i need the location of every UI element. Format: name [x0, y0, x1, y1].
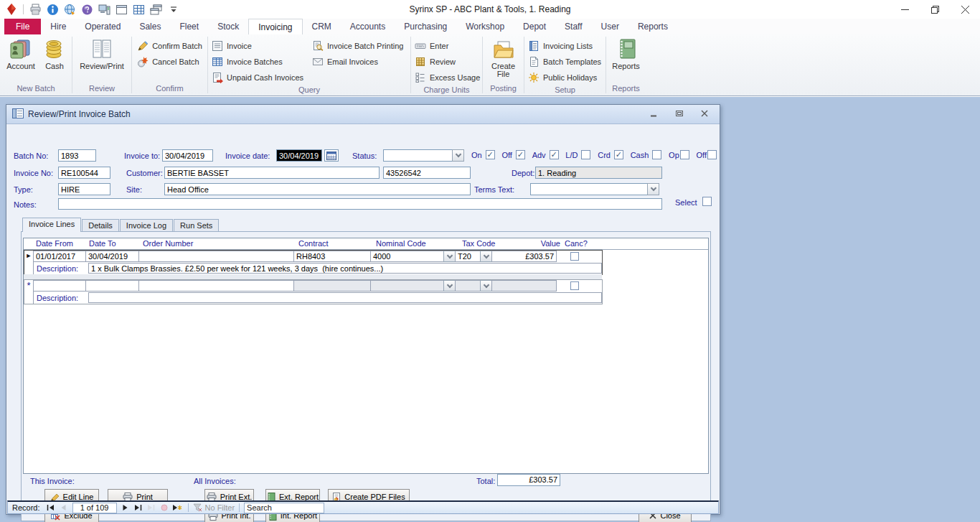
last-record-button[interactable] [132, 503, 145, 513]
flag-ld-checkbox[interactable]: ✓ [581, 150, 590, 159]
col-date-to[interactable]: Date To [87, 238, 141, 249]
review-print-button[interactable]: Review/Print [75, 34, 129, 84]
tab-operated[interactable]: Operated [75, 19, 130, 34]
new-cell-contract[interactable] [293, 280, 371, 292]
tab-file[interactable]: File [4, 19, 41, 34]
cascade-windows-icon[interactable] [149, 3, 163, 17]
cell-contract[interactable]: RH8403 [293, 251, 371, 262]
terms-text-field[interactable] [530, 183, 648, 195]
tab-sales[interactable]: Sales [130, 19, 170, 34]
invoice-no-field[interactable] [58, 167, 110, 179]
tab-user[interactable]: User [592, 19, 628, 34]
email-invoices-button[interactable]: Email Invoices [308, 54, 407, 70]
depot-field[interactable] [535, 167, 662, 179]
customer-account-field[interactable] [383, 167, 471, 179]
col-order-number[interactable]: Order Number [141, 238, 296, 249]
minimize-button[interactable] [890, 0, 920, 19]
flag-on-checkbox[interactable]: ✓ [486, 150, 495, 159]
new-cell-date-to[interactable] [85, 280, 139, 292]
tab-hire[interactable]: Hire [41, 19, 75, 34]
first-record-button[interactable] [44, 503, 57, 513]
cell-value[interactable]: £303.57 [491, 251, 557, 262]
unpaid-cash-invoices-button[interactable]: Unpaid Cash Invoices [208, 70, 308, 85]
invoice-date-field[interactable] [276, 149, 322, 162]
cell-tax-code[interactable]: T20 [455, 251, 481, 262]
flag-crd-checkbox[interactable]: ✓ [614, 150, 623, 159]
flag-off2-checkbox[interactable]: ✓ [707, 150, 717, 159]
invoicing-lists-button[interactable]: Invoicing Lists [524, 38, 605, 54]
tab-crm[interactable]: CRM [303, 19, 341, 34]
invoice-to-field[interactable] [162, 149, 213, 162]
new-cell-value[interactable] [491, 280, 557, 292]
tab-stock[interactable]: Stock [208, 19, 248, 34]
new-description-field[interactable] [88, 292, 602, 303]
tab-details[interactable]: Details [82, 219, 119, 232]
tab-run-sets[interactable]: Run Sets [174, 219, 219, 232]
canc-checkbox[interactable]: ✓ [570, 252, 579, 261]
type-field[interactable] [58, 183, 110, 195]
new-canc-checkbox[interactable]: ✓ [570, 281, 579, 290]
tab-fleet[interactable]: Fleet [170, 19, 208, 34]
col-nominal-code[interactable]: Nominal Code [374, 238, 460, 249]
excess-usage-button[interactable]: Excess Usage [411, 70, 484, 85]
col-canc[interactable]: Canc? [562, 238, 598, 249]
flag-adv-checkbox[interactable]: ✓ [550, 150, 559, 159]
col-contract[interactable]: Contract [296, 238, 374, 249]
tax-code-dropdown[interactable] [480, 251, 492, 262]
account-button[interactable]: Account [2, 34, 39, 84]
cash-button[interactable]: Cash [39, 34, 70, 84]
review-charge-units-button[interactable]: Review [411, 54, 484, 70]
info-icon[interactable] [46, 3, 60, 17]
enter-button[interactable]: Enter [411, 38, 484, 54]
new-tax-code-dropdown[interactable] [480, 280, 492, 292]
tab-depot[interactable]: Depot [514, 19, 555, 34]
help-sphere-icon[interactable] [80, 3, 94, 17]
record-position[interactable]: 1 of 109 [72, 503, 117, 513]
cancel-batch-button[interactable]: Cancel Batch [133, 54, 206, 70]
create-file-button[interactable]: Create File [485, 34, 522, 84]
dialog-restore-button[interactable] [675, 110, 684, 118]
filtered-next-button[interactable] [145, 503, 158, 513]
col-tax-code[interactable]: Tax Code [460, 238, 497, 249]
dialog-title-bar[interactable]: Review/Print Invoice Batch [6, 105, 720, 124]
print-icon[interactable] [29, 3, 42, 17]
new-record-button[interactable] [171, 503, 184, 513]
flag-cash-checkbox[interactable]: ✓ [652, 150, 661, 159]
notes-field[interactable] [58, 198, 662, 210]
tab-purchasing[interactable]: Purchasing [395, 19, 456, 34]
tab-workshop[interactable]: Workshop [456, 19, 514, 34]
description-field[interactable] [88, 263, 602, 274]
dialog-close-button[interactable] [700, 110, 710, 118]
cell-date-to[interactable]: 30/04/2019 [85, 251, 139, 262]
terms-text-dropdown-button[interactable] [647, 183, 659, 195]
new-cell-order-number[interactable] [138, 280, 294, 292]
dialog-minimize-button[interactable] [650, 110, 659, 118]
nominal-code-dropdown[interactable] [443, 251, 456, 262]
public-holidays-button[interactable]: Public Holidays [524, 70, 605, 85]
status-field[interactable] [383, 149, 453, 162]
col-date-from[interactable]: Date From [34, 238, 87, 249]
select-checkbox[interactable]: ✓ [702, 197, 712, 206]
batch-no-field[interactable] [58, 149, 96, 162]
cell-date-from[interactable]: 01/01/2017 [33, 251, 86, 262]
table-icon[interactable] [132, 3, 146, 17]
cell-nominal-code[interactable]: 4000 [370, 251, 444, 262]
reports-button[interactable]: Reports [608, 34, 645, 84]
search-input[interactable] [244, 503, 324, 513]
new-cell-date-from[interactable] [33, 280, 86, 292]
invoice-button[interactable]: Invoice [208, 38, 308, 54]
new-cell-nominal-code[interactable] [370, 280, 444, 292]
stop-button[interactable] [158, 503, 171, 513]
tab-invoicing[interactable]: Invoicing [248, 19, 302, 34]
col-value[interactable]: Value [497, 238, 562, 249]
next-record-button[interactable] [119, 503, 132, 513]
customer-name-field[interactable] [164, 167, 380, 179]
flag-off-checkbox[interactable]: ✓ [516, 150, 525, 159]
new-nominal-code-dropdown[interactable] [443, 280, 456, 292]
confirm-batch-button[interactable]: Confirm Batch [133, 38, 206, 54]
status-dropdown-button[interactable] [452, 149, 464, 162]
tab-invoice-log[interactable]: Invoice Log [120, 219, 173, 232]
batch-templates-button[interactable]: Batch Templates [524, 54, 605, 70]
tab-staff[interactable]: Staff [555, 19, 591, 34]
new-invoice-line-row[interactable]: * [24, 279, 603, 304]
